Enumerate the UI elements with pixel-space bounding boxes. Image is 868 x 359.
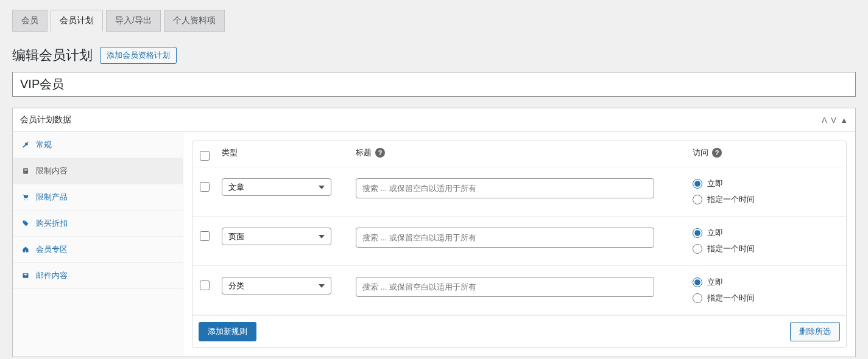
col-access-header: 访问 ? [688,147,846,158]
type-select[interactable]: 分类 [222,277,331,295]
sidebar-item-members-area[interactable]: 会员专区 [13,237,183,263]
access-immediate-radio[interactable] [693,179,702,189]
row-checkbox[interactable] [200,281,210,290]
type-select[interactable]: 文章 [222,178,331,196]
table-row: 分类 立即 [192,266,846,315]
add-plan-button[interactable]: 添加会员资格计划 [100,47,177,64]
col-access-label: 访问 [693,147,708,158]
rules-table-head: 类型 标题 ? 访问 ? [192,141,846,167]
title-row: 编辑会员计划 添加会员资格计划 [12,46,856,64]
access-specify-label: 指定一个时间 [707,243,755,254]
access-specify-label: 指定一个时间 [707,293,755,304]
cart-icon [21,193,30,201]
access-specify-radio[interactable] [693,293,702,303]
access-immediate-label: 立即 [707,277,723,288]
sidebar-item-restrict-products[interactable]: 限制产品 [13,184,183,211]
rules-footer: 添加新规则 删除所选 [192,315,846,347]
col-title-header: 标题 ? [351,147,688,158]
title-search-input[interactable] [356,277,654,297]
col-title-label: 标题 [356,147,372,158]
move-down-icon[interactable]: ᐯ [831,116,836,125]
tab-import-export[interactable]: 导入/导出 [106,10,161,32]
move-up-icon[interactable]: ᐱ [822,116,827,125]
access-immediate-radio[interactable] [693,228,702,238]
rules-main: 类型 标题 ? 访问 ? [183,132,855,357]
title-search-input[interactable] [356,228,654,248]
sidebar-item-general[interactable]: 常规 [13,132,183,158]
col-type-header: 类型 [217,147,351,158]
panel-header-actions: ᐱ ᐯ ▲ [822,116,848,125]
select-all-checkbox[interactable] [200,151,210,161]
sidebar-item-label: 购买折扣 [36,218,68,229]
access-specify-option[interactable]: 指定一个时间 [693,293,841,304]
sidebar-item-label: 会员专区 [36,244,68,255]
nav-tabs: 会员 会员计划 导入/导出 个人资料项 [0,0,868,32]
access-specify-option[interactable]: 指定一个时间 [693,243,841,254]
type-select[interactable]: 页面 [222,228,331,245]
access-immediate-label: 立即 [707,178,723,189]
row-checkbox[interactable] [200,182,210,192]
title-search-input[interactable] [356,178,654,198]
tab-profile-fields[interactable]: 个人资料项 [164,10,225,32]
plan-title-input[interactable] [12,72,856,97]
access-specify-radio[interactable] [693,195,702,204]
help-icon[interactable]: ? [375,148,385,158]
access-immediate-option[interactable]: 立即 [693,228,841,239]
sidebar-item-emails[interactable]: 邮件内容 [13,263,183,289]
access-immediate-option[interactable]: 立即 [693,277,841,288]
access-immediate-label: 立即 [707,228,723,239]
table-row: 页面 立即 [192,217,846,266]
access-specify-label: 指定一个时间 [707,194,755,205]
collapse-toggle-icon[interactable]: ▲ [840,116,848,125]
delete-selected-button[interactable]: 删除所选 [790,322,840,341]
tab-plans[interactable]: 会员计划 [51,10,103,32]
access-specify-option[interactable]: 指定一个时间 [693,194,841,205]
table-row: 文章 立即 [192,167,846,217]
add-rule-button[interactable]: 添加新规则 [199,322,256,341]
panel-sidebar: 常规 限制内容 限制产品 [13,132,183,357]
home-icon [21,245,30,254]
tag-icon [21,219,30,228]
sidebar-item-label: 常规 [36,139,52,150]
sidebar-item-restrict-content[interactable]: 限制内容 [13,158,183,184]
access-immediate-radio[interactable] [693,277,702,287]
access-immediate-option[interactable]: 立即 [693,178,841,189]
rules-table: 类型 标题 ? 访问 ? [192,141,847,348]
plan-data-panel: 会员计划数据 ᐱ ᐯ ▲ 常规 限制内容 [12,108,856,357]
help-icon[interactable]: ? [712,148,722,158]
note-icon [21,167,30,175]
access-specify-radio[interactable] [693,244,702,254]
row-checkbox[interactable] [200,231,210,241]
page-title: 编辑会员计划 [12,46,93,64]
wrench-icon [21,141,30,149]
sidebar-item-label: 邮件内容 [36,270,68,281]
sidebar-item-label: 限制内容 [36,166,68,176]
sidebar-item-discounts[interactable]: 购买折扣 [13,211,183,237]
panel-title: 会员计划数据 [20,114,71,125]
sidebar-item-label: 限制产品 [36,192,68,203]
mail-icon [21,271,30,280]
panel-header: 会员计划数据 ᐱ ᐯ ▲ [13,108,855,132]
tab-members[interactable]: 会员 [12,10,48,32]
